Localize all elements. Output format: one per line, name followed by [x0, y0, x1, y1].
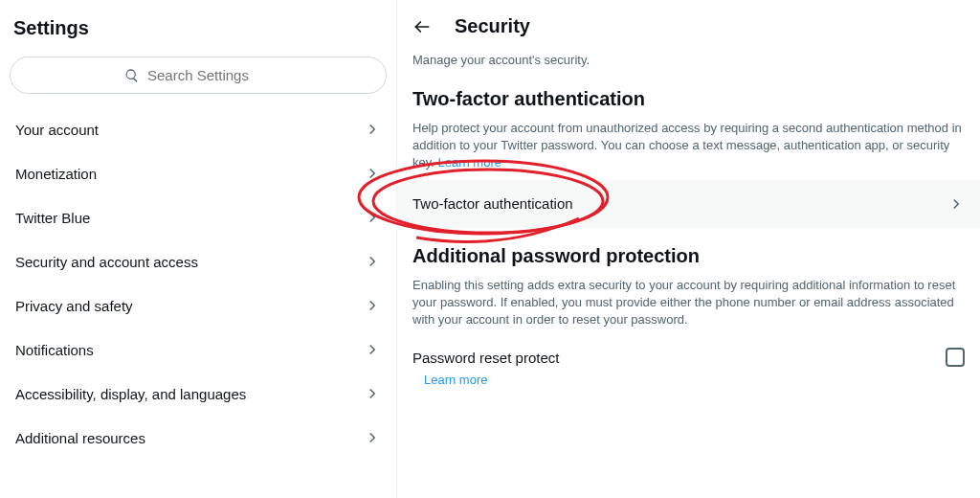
nav-notifications[interactable]: Notifications — [0, 328, 396, 372]
chevron-right-icon — [364, 341, 381, 358]
password-reset-protect-label: Password reset protect — [412, 350, 559, 366]
chevron-right-icon — [364, 253, 381, 270]
chevron-right-icon — [364, 385, 381, 402]
chevron-right-icon — [364, 209, 381, 226]
additional-heading: Additional password protection — [397, 228, 980, 273]
chevron-right-icon — [364, 297, 381, 314]
nav-twitter-blue[interactable]: Twitter Blue — [0, 195, 396, 239]
nav-item-label: Security and account access — [15, 254, 198, 270]
nav-item-label: Additional resources — [15, 430, 145, 446]
back-arrow-icon[interactable] — [412, 17, 432, 36]
panel-header: Security — [397, 11, 980, 47]
chevron-right-icon — [364, 121, 381, 138]
chevron-right-icon — [947, 195, 965, 213]
nav-monetization[interactable]: Monetization — [0, 151, 396, 195]
additional-learn-more-link[interactable]: Learn more — [424, 373, 487, 387]
chevron-right-icon — [364, 429, 381, 446]
password-reset-protect-row: Password reset protect — [397, 336, 980, 369]
password-reset-protect-checkbox[interactable] — [946, 348, 965, 367]
nav-accessibility[interactable]: Accessibility, display, and languages — [0, 372, 396, 416]
nav-item-label: Monetization — [15, 166, 97, 182]
settings-nav: Your account Monetization Twitter Blue S… — [0, 107, 396, 460]
panel-subtitle: Manage your account's security. — [397, 47, 980, 80]
additional-description: Enabling this setting adds extra securit… — [397, 273, 980, 337]
chevron-right-icon — [364, 165, 381, 182]
search-settings-input[interactable] — [10, 57, 387, 94]
nav-security-access[interactable]: Security and account access — [0, 239, 396, 283]
settings-title: Settings — [0, 8, 396, 49]
settings-sidebar: Settings Your account Monetization Twitt… — [0, 0, 397, 498]
security-panel: Security Manage your account's security.… — [397, 0, 980, 498]
twofa-row[interactable]: Two-factor authentication — [397, 180, 980, 228]
nav-additional-resources[interactable]: Additional resources — [0, 416, 396, 460]
twofa-description: Help protect your account from unauthori… — [397, 116, 980, 180]
nav-your-account[interactable]: Your account — [0, 107, 396, 151]
twofa-row-label: Two-factor authentication — [412, 195, 573, 212]
additional-learn-more-wrap: Learn more — [397, 369, 980, 396]
twofa-heading: Two-factor authentication — [397, 80, 980, 116]
nav-item-label: Privacy and safety — [15, 298, 133, 314]
nav-item-label: Accessibility, display, and languages — [15, 386, 246, 402]
search-icon — [124, 68, 140, 83]
search-wrapper — [0, 49, 396, 107]
nav-item-label: Notifications — [15, 342, 94, 358]
nav-item-label: Twitter Blue — [15, 210, 90, 226]
search-input-field[interactable] — [147, 67, 272, 83]
twofa-learn-more-link[interactable]: Learn more — [438, 155, 501, 170]
nav-privacy-safety[interactable]: Privacy and safety — [0, 283, 396, 328]
nav-item-label: Your account — [15, 122, 99, 138]
panel-title: Security — [455, 15, 530, 37]
